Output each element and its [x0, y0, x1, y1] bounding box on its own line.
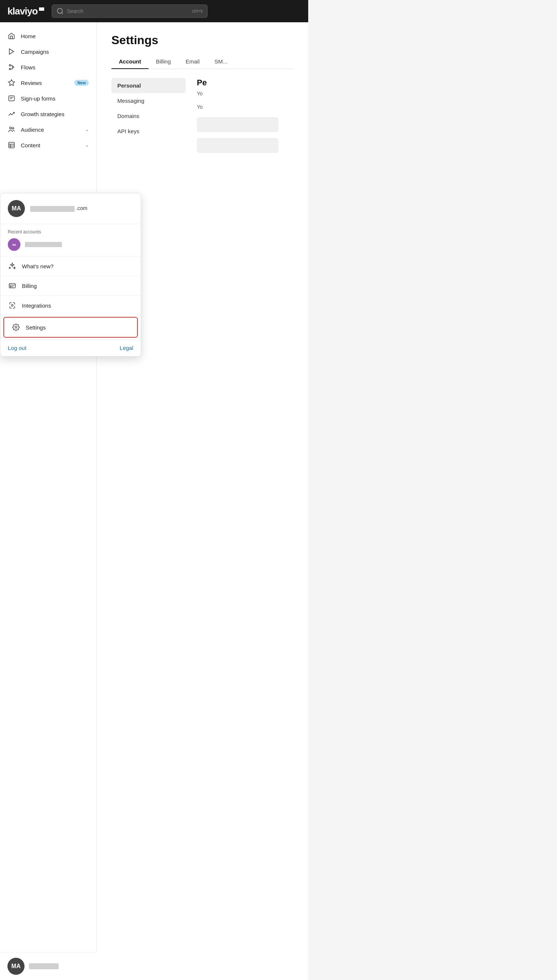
svg-rect-0	[39, 7, 44, 11]
legal-link[interactable]: Legal	[120, 345, 133, 351]
recent-account-item[interactable]: ∞	[8, 238, 133, 251]
svg-line-2	[62, 13, 63, 14]
dropdown-billing-label: Billing	[22, 283, 37, 289]
home-icon	[7, 32, 16, 40]
settings-sidebar-api-keys[interactable]: API keys	[111, 123, 186, 139]
svg-point-21	[11, 305, 13, 307]
campaigns-icon	[7, 47, 16, 56]
sidebar-item-campaigns-label: Campaigns	[21, 49, 89, 55]
svg-point-11	[10, 127, 11, 129]
dropdown-integrations-label: Integrations	[22, 302, 51, 309]
recent-account-avatar: ∞	[8, 238, 20, 251]
dropdown-integrations[interactable]: Integrations	[0, 296, 141, 315]
svg-point-1	[57, 8, 62, 13]
settings-main-panel: Pe Yo Yo	[186, 78, 293, 153]
tab-sms[interactable]: SM...	[207, 55, 235, 69]
recent-accounts-label: Recent accounts	[8, 229, 133, 235]
sidebar-item-reviews[interactable]: Reviews New	[0, 75, 96, 91]
billing-icon	[8, 281, 17, 290]
dropdown-avatar: MA	[8, 200, 25, 217]
sidebar-item-content[interactable]: Content ⌄	[0, 137, 96, 153]
content-chevron-icon: ⌄	[85, 143, 89, 148]
recent-accounts-section: Recent accounts ∞	[0, 224, 141, 256]
svg-rect-8	[9, 96, 15, 101]
svg-rect-13	[9, 143, 15, 148]
sidebar-item-home-label: Home	[21, 33, 89, 39]
svg-point-6	[12, 67, 14, 68]
sidebar-item-home[interactable]: Home	[0, 28, 96, 44]
settings-section-title: Pe	[197, 78, 282, 88]
settings-field-redacted-2	[197, 138, 278, 153]
growth-icon	[7, 110, 16, 118]
tab-account[interactable]: Account	[111, 55, 148, 69]
sidebar-item-campaigns[interactable]: Campaigns	[0, 44, 96, 59]
search-icon	[57, 7, 64, 15]
svg-point-12	[12, 128, 14, 129]
tab-email[interactable]: Email	[178, 55, 207, 69]
settings-sidebar-domains[interactable]: Domains	[111, 108, 186, 123]
dropdown-header: MA .com	[0, 193, 141, 224]
integrations-icon	[8, 301, 17, 310]
sidebar-item-reviews-label: Reviews	[21, 80, 69, 86]
settings-tabs: Account Billing Email SM...	[111, 55, 293, 69]
svg-point-22	[15, 326, 17, 328]
reviews-icon	[7, 79, 16, 87]
account-dropdown: MA .com Recent accounts ∞ What's new?	[0, 193, 141, 357]
sidebar-item-audience[interactable]: Audience ⌄	[0, 122, 96, 137]
sidebar-item-audience-label: Audience	[21, 127, 80, 133]
search-shortcut: ctrl+k	[192, 8, 203, 14]
flows-icon	[7, 63, 16, 71]
main-layout: Home Campaigns Flows	[0, 22, 308, 980]
audience-icon	[7, 125, 16, 134]
dropdown-footer: Log out Legal	[0, 339, 141, 356]
sidebar: Home Campaigns Flows	[0, 22, 96, 980]
sparkle-icon	[8, 261, 17, 271]
sidebar-item-growth-label: Growth strategies	[21, 111, 89, 117]
settings-section-subtitle-1: Yo	[197, 91, 282, 96]
svg-point-5	[9, 68, 11, 70]
logo: klaviyo	[7, 6, 44, 17]
svg-rect-17	[9, 284, 16, 288]
sidebar-item-growth-strategies[interactable]: Growth strategies	[0, 106, 96, 122]
sidebar-item-content-label: Content	[21, 142, 80, 148]
settings-sidebar: Personal Messaging Domains API keys	[111, 78, 186, 153]
topbar: klaviyo ctrl+k	[0, 0, 308, 22]
sidebar-item-flows-label: Flows	[21, 64, 89, 70]
sidebar-account-name-redacted	[29, 963, 59, 969]
search-bar[interactable]: ctrl+k	[52, 5, 208, 18]
sidebar-item-flows[interactable]: Flows	[0, 59, 96, 75]
dropdown-settings[interactable]: Settings	[3, 317, 138, 337]
logo-flag-icon	[39, 7, 44, 13]
settings-section-subtitle-2: Yo	[197, 104, 282, 110]
svg-marker-3	[9, 49, 14, 55]
settings-sidebar-messaging[interactable]: Messaging	[111, 93, 186, 108]
sidebar-item-signup-forms-label: Sign-up forms	[21, 96, 89, 102]
signup-forms-icon	[7, 94, 16, 102]
main-content: Settings Account Billing Email SM... Per…	[96, 22, 308, 980]
sidebar-item-signup-forms[interactable]: Sign-up forms	[0, 91, 96, 106]
svg-point-19	[10, 286, 11, 287]
audience-chevron-icon: ⌄	[85, 127, 89, 132]
reviews-new-badge: New	[74, 80, 89, 86]
gear-icon	[11, 323, 20, 332]
email-redacted	[30, 206, 75, 212]
svg-point-4	[9, 65, 11, 66]
recent-account-name-redacted	[25, 242, 62, 247]
dropdown-billing[interactable]: Billing	[0, 276, 141, 296]
dropdown-account-email: .com	[30, 205, 87, 211]
settings-sidebar-personal[interactable]: Personal	[111, 78, 186, 93]
dropdown-whats-new-label: What's new?	[22, 263, 54, 269]
logout-link[interactable]: Log out	[8, 345, 26, 351]
content-icon	[7, 141, 16, 149]
sidebar-bottom-account[interactable]: MA	[0, 952, 96, 980]
page-title: Settings	[111, 33, 293, 47]
settings-layout: Personal Messaging Domains API keys Pe Y…	[111, 78, 293, 153]
dropdown-settings-label: Settings	[26, 325, 46, 331]
search-input[interactable]	[67, 8, 189, 14]
dropdown-whats-new[interactable]: What's new?	[0, 256, 141, 276]
tab-billing[interactable]: Billing	[148, 55, 178, 69]
svg-marker-7	[8, 80, 15, 86]
settings-field-redacted-1	[197, 117, 278, 132]
sidebar-avatar: MA	[7, 958, 24, 975]
